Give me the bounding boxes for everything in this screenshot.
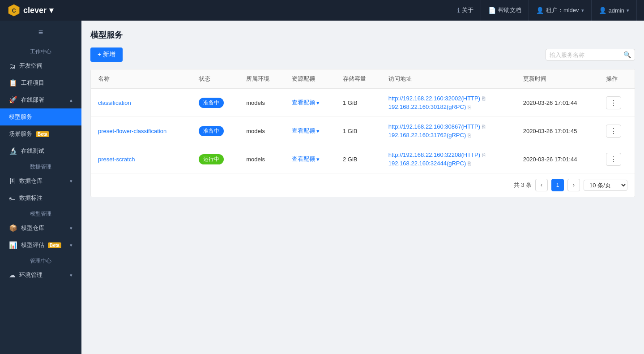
url-http-line-2: http://192.168.22.160:32208(HTTP) ⎘ xyxy=(388,151,509,158)
url-http-2[interactable]: http://192.168.22.160:32208(HTTP) xyxy=(388,151,480,158)
sidebar-item-model-eval[interactable]: 📊 模型评估 Beta ▾ xyxy=(0,237,81,254)
url-http-1[interactable]: http://192.168.22.160:30867(HTTP) xyxy=(388,123,480,130)
cell-url-1: http://192.168.22.160:30867(HTTP) ⎘ 192.… xyxy=(381,117,516,145)
main-layout: ≡ 工作中心 🗂 开发空间 📋 工程项目 🚀 在线部署 ▴ 模型服务 场景服务 … xyxy=(0,21,644,354)
sidebar-item-dev-space[interactable]: 🗂 开发空间 xyxy=(0,57,81,74)
copy-grpc-icon-2[interactable]: ⎘ xyxy=(468,160,471,167)
sidebar-item-data-annotation[interactable]: 🏷 数据标注 xyxy=(0,190,81,207)
service-name-link-0[interactable]: classification xyxy=(98,99,131,106)
prev-page-btn[interactable]: ‹ xyxy=(535,179,548,191)
sidebar-item-engineering[interactable]: 📋 工程项目 xyxy=(0,74,81,91)
sidebar-item-model-warehouse[interactable]: 📦 模型仓库 ▾ xyxy=(0,220,81,237)
brand-name: clever xyxy=(23,6,47,15)
more-actions-btn-2[interactable]: ⋮ xyxy=(606,153,621,166)
quota-chevron-icon-1: ▾ xyxy=(316,128,320,134)
cell-quota-2: 查看配额 ▾ xyxy=(285,145,336,173)
cell-status-0: 准备中 xyxy=(192,89,239,117)
cell-storage-0: 1 GiB xyxy=(336,89,381,117)
docs-icon: 📄 xyxy=(488,7,496,14)
quota-btn-1[interactable]: 查看配额 ▾ xyxy=(292,127,320,135)
cell-env-0: models xyxy=(239,89,285,117)
admin-label: admin xyxy=(609,7,624,14)
sidebar-item-online-test[interactable]: 🔬 在线测试 xyxy=(0,142,81,160)
online-test-icon: 🔬 xyxy=(9,147,17,155)
sidebar-item-workcenter-label: 工作中心 xyxy=(0,44,81,57)
sidebar-item-online-deploy[interactable]: 🚀 在线部署 ▴ xyxy=(0,91,81,108)
add-button[interactable]: + 新增 xyxy=(90,47,123,62)
more-actions-btn-0[interactable]: ⋮ xyxy=(606,96,621,109)
cell-updated-2: 2020-03-26 17:01:44 xyxy=(516,145,599,173)
cell-actions-0: ⋮ xyxy=(599,89,635,117)
page-1-btn[interactable]: 1 xyxy=(551,179,564,191)
sidebar-item-data-warehouse[interactable]: 🗄 数据仓库 ▾ xyxy=(0,173,81,190)
cell-status-1: 准备中 xyxy=(192,117,239,145)
copy-http-icon-1[interactable]: ⎘ xyxy=(482,124,485,130)
brand-logo-area[interactable]: C clever ▾ xyxy=(7,4,70,17)
more-actions-btn-1[interactable]: ⋮ xyxy=(606,125,621,138)
data-warehouse-chevron-icon: ▾ xyxy=(70,178,73,184)
hamburger-btn[interactable]: ≡ xyxy=(0,21,81,44)
data-annotation-icon: 🏷 xyxy=(9,194,16,202)
cell-url-0: http://192.168.22.160:32002(HTTP) ⎘ 192.… xyxy=(381,89,516,117)
cell-storage-1: 1 GiB xyxy=(336,117,381,145)
sidebar-item-admin-center-label: 管理中心 xyxy=(0,254,81,267)
cell-updated-1: 2020-03-26 17:01:45 xyxy=(516,117,599,145)
table-header-row: 名称 状态 所属环境 资源配额 存储容量 访问地址 更新时间 操作 xyxy=(91,69,635,89)
url-grpc-line-0: 192.168.22.160:30182(gRPC) ⎘ xyxy=(388,104,509,110)
svg-text:C: C xyxy=(12,8,16,14)
url-grpc-2[interactable]: 192.168.22.160:32444(gRPC) xyxy=(388,160,466,167)
table-row: preset-scratch 运行中 models 查看配额 ▾ 2 GiB h… xyxy=(91,145,635,173)
cell-env-1: models xyxy=(239,117,285,145)
table-row: classification 准备中 models 查看配额 ▾ 1 GiB h… xyxy=(91,89,635,117)
docs-link[interactable]: 📄 帮助文档 xyxy=(481,0,529,21)
admin-menu[interactable]: 👤 admin ▾ xyxy=(592,0,637,21)
sidebar: ≡ 工作中心 🗂 开发空间 📋 工程项目 🚀 在线部署 ▴ 模型服务 场景服务 … xyxy=(0,21,81,354)
copy-http-icon-0[interactable]: ⎘ xyxy=(482,95,485,102)
url-http-line-1: http://192.168.22.160:30867(HTTP) ⎘ xyxy=(388,123,509,130)
quota-chevron-icon-0: ▾ xyxy=(316,99,320,106)
services-table: 名称 状态 所属环境 资源配额 存储容量 访问地址 更新时间 操作 classi… xyxy=(91,69,635,173)
copy-grpc-icon-1[interactable]: ⎘ xyxy=(468,132,471,138)
info-icon: ℹ xyxy=(457,7,460,14)
url-grpc-line-2: 192.168.22.160:32444(gRPC) ⎘ xyxy=(388,160,509,167)
brand-chevron[interactable]: ▾ xyxy=(49,5,53,15)
col-updated: 更新时间 xyxy=(516,69,599,89)
url-grpc-0[interactable]: 192.168.22.160:30182(gRPC) xyxy=(388,104,466,110)
page-title: 模型服务 xyxy=(90,30,635,40)
cell-actions-2: ⋮ xyxy=(599,145,635,173)
user-icon: 👤 xyxy=(536,7,544,14)
table-row: preset-flower-classification 准备中 models … xyxy=(91,117,635,145)
status-badge-1: 准备中 xyxy=(199,126,224,136)
data-warehouse-icon: 🗄 xyxy=(9,177,16,185)
col-quota: 资源配额 xyxy=(285,69,336,89)
service-name-link-1[interactable]: preset-flower-classification xyxy=(98,128,166,134)
env-management-icon: ☁ xyxy=(9,271,16,279)
table-container: 名称 状态 所属环境 资源配额 存储容量 访问地址 更新时间 操作 classi… xyxy=(90,69,635,197)
main-content: 模型服务 + 新增 🔍 名称 状态 所属环境 资源配额 存储容量 访问地址 xyxy=(81,21,644,354)
service-name-link-2[interactable]: preset-scratch xyxy=(98,156,135,163)
quota-btn-2[interactable]: 查看配额 ▾ xyxy=(292,155,320,163)
col-env: 所属环境 xyxy=(239,69,285,89)
online-deploy-icon: 🚀 xyxy=(9,96,17,104)
admin-chevron-icon: ▾ xyxy=(627,8,629,13)
top-nav: C clever ▾ ℹ 关于 📄 帮助文档 👤 租户：mldev ▾ 👤 ad… xyxy=(0,0,644,21)
sidebar-item-env-management[interactable]: ☁ 环境管理 ▾ xyxy=(0,267,81,284)
search-input[interactable] xyxy=(550,52,621,58)
copy-http-icon-2[interactable]: ⎘ xyxy=(482,152,485,158)
search-box: 🔍 xyxy=(546,49,635,60)
quota-btn-0[interactable]: 查看配额 ▾ xyxy=(292,99,320,107)
tenant-selector[interactable]: 👤 租户：mldev ▾ xyxy=(529,0,592,21)
copy-grpc-icon-0[interactable]: ⎘ xyxy=(468,104,471,110)
clever-logo: C xyxy=(7,4,21,17)
page-size-select[interactable]: 10 条/页 20 条/页 50 条/页 xyxy=(584,180,627,191)
next-page-btn[interactable]: › xyxy=(567,179,580,191)
about-link[interactable]: ℹ 关于 xyxy=(450,0,481,21)
about-label: 关于 xyxy=(462,6,473,14)
cell-actions-1: ⋮ xyxy=(599,117,635,145)
status-badge-0: 准备中 xyxy=(199,98,224,108)
cell-env-2: models xyxy=(239,145,285,173)
url-grpc-1[interactable]: 192.168.22.160:31762(gRPC) xyxy=(388,132,466,138)
sidebar-item-model-service[interactable]: 模型服务 xyxy=(0,108,81,125)
sidebar-item-scene-service[interactable]: 场景服务 Beta xyxy=(0,125,81,142)
url-http-0[interactable]: http://192.168.22.160:32002(HTTP) xyxy=(388,95,480,102)
